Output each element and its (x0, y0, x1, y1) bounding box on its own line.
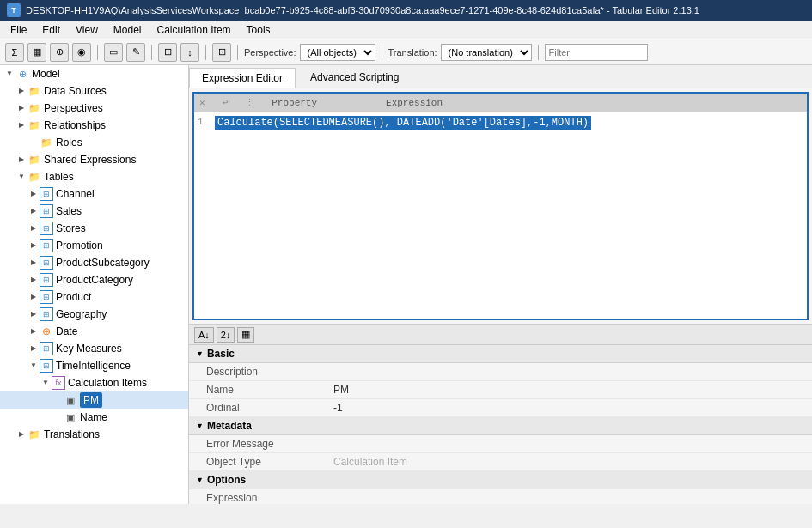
date-icon: ⊕ (40, 325, 53, 338)
perspective-combo[interactable]: (All objects) (300, 44, 375, 61)
toolbar-grid[interactable]: ⊞ (158, 43, 177, 62)
menu-model[interactable]: Model (107, 22, 149, 38)
tree-productcategory[interactable]: ⊞ ProductCategory (0, 271, 188, 288)
tree-relationships[interactable]: 📁 Relationships (0, 117, 188, 134)
tree-perspectives[interactable]: 📁 Perspectives (0, 100, 188, 117)
metadata-chevron: ▼ (196, 422, 204, 430)
date-label: Date (56, 324, 77, 339)
sep3 (205, 45, 206, 60)
timeintelligence-label: TimeIntelligence (56, 358, 131, 373)
props-object-type-value: Calculation Item (327, 453, 812, 470)
tree-promotion[interactable]: ⊞ Promotion (0, 237, 188, 254)
menu-view[interactable]: View (69, 22, 105, 38)
toolbar-screen[interactable]: ▭ (104, 43, 123, 62)
productsubcategory-icon: ⊞ (40, 256, 53, 270)
shared-expressions-label: Shared Expressions (44, 152, 136, 167)
toolbar-dot[interactable]: ◉ (72, 43, 91, 62)
tree-calc-items[interactable]: fx Calculation Items (0, 374, 188, 391)
expr-header-expression: Expression (386, 98, 443, 108)
date-arrow (27, 324, 40, 339)
expr-content: 1 Calculate(SELECTEDMEASURE(), DATEADD('… (194, 112, 807, 133)
perspectives-arrow (15, 100, 27, 116)
tree-date[interactable]: ⊕ Date (0, 323, 188, 340)
toolbar-table[interactable]: ▦ (27, 43, 46, 62)
expr-header: ✕ ↩ ⋮ Property Expression (194, 94, 807, 112)
model-label: Model (32, 66, 60, 82)
name-icon: ▣ (64, 410, 77, 424)
filter-input[interactable] (545, 44, 648, 61)
tree-datasources[interactable]: 📁 Data Sources (0, 82, 188, 100)
props-error-key: Error Message (189, 435, 327, 452)
perspective-label: Perspective: (244, 47, 296, 58)
menu-calc-item[interactable]: Calculation Item (150, 22, 238, 38)
tree-pm[interactable]: ▣ PM (0, 391, 188, 409)
tree-translations[interactable]: 📁 Translations (0, 426, 188, 443)
tree-timeintelligence[interactable]: ⊞ TimeIntelligence (0, 357, 188, 374)
tree-product[interactable]: ⊞ Product (0, 288, 188, 306)
props-expression-value (327, 489, 812, 504)
tree-productsubcategory[interactable]: ⊞ ProductSubcategory (0, 254, 188, 271)
tree-stores[interactable]: ⊞ Stores (0, 220, 188, 237)
tree-tables[interactable]: 📁 Tables (0, 168, 188, 185)
props-description: Description (189, 363, 812, 381)
metadata-title: Metadata (207, 420, 252, 432)
tree-shared-expressions[interactable]: 📁 Shared Expressions (0, 151, 188, 168)
toolbar-sort[interactable]: ↕ (180, 43, 199, 62)
menu-file[interactable]: File (3, 22, 34, 38)
menu-tools[interactable]: Tools (240, 22, 278, 38)
channel-label: Channel (56, 186, 95, 202)
basic-title: Basic (207, 348, 235, 360)
toolbar-sigma[interactable]: Σ (5, 43, 24, 62)
toolbar-network[interactable]: ⊕ (50, 43, 69, 62)
keymeasures-arrow (27, 341, 40, 356)
tree-model[interactable]: ⊕ Model (0, 65, 188, 82)
props-ordinal: Ordinal -1 (189, 399, 812, 417)
props-section-metadata: ▼ Metadata (189, 417, 812, 435)
keymeasures-icon: ⊞ (40, 342, 53, 355)
menu-edit[interactable]: Edit (35, 22, 67, 38)
tree-panel: ⊕ Model 📁 Data Sources 📁 Perspectives 📁 … (0, 65, 189, 504)
sep6 (538, 45, 539, 60)
shared-expressions-arrow (15, 152, 27, 167)
props-toolbar: A↓ 2↓ ▦ (189, 325, 812, 345)
tables-icon: 📁 (27, 170, 41, 184)
props-columns[interactable]: ▦ (237, 327, 254, 343)
tree-channel[interactable]: ⊞ Channel (0, 185, 188, 203)
geography-label: Geography (56, 306, 107, 322)
properties-panel: A↓ 2↓ ▦ ▼ Basic Description Name PM Ordi… (189, 324, 812, 504)
tree-roles[interactable]: 📁 Roles (0, 134, 188, 151)
sep1 (97, 45, 98, 60)
tab-expression-editor[interactable]: Expression Editor (189, 68, 296, 88)
props-name: Name PM (189, 381, 812, 399)
props-error-value (327, 435, 812, 452)
keymeasures-label: Key Measures (56, 341, 122, 356)
props-section-options: ▼ Options (189, 471, 812, 489)
name-label: Name (80, 410, 107, 425)
toolbar-pencil[interactable]: ✎ (126, 43, 145, 62)
translation-combo[interactable]: (No translation) (441, 44, 532, 61)
expr-code[interactable]: Calculate(SELECTEDMEASURE(), DATEADD('Da… (215, 116, 591, 130)
props-sort-category[interactable]: 2↓ (217, 327, 235, 343)
tab-bar: Expression Editor Advanced Scripting (189, 65, 812, 88)
titlebar-text: DESKTOP-HH1V9AQ\AnalysisServicesWorkspac… (26, 5, 699, 15)
expr-undo-icon[interactable]: ✕ (199, 97, 205, 108)
geography-icon: ⊞ (40, 307, 53, 321)
titlebar: T DESKTOP-HH1V9AQ\AnalysisServicesWorksp… (0, 0, 812, 21)
expr-redo-icon[interactable]: ↩ (223, 97, 229, 108)
timeintelligence-arrow (27, 358, 40, 373)
channel-arrow (27, 186, 40, 202)
tree-sales[interactable]: ⊞ Sales (0, 203, 188, 220)
promotion-label: Promotion (56, 238, 103, 253)
expr-format-icon[interactable]: ⋮ (245, 97, 254, 108)
roles-icon: 📁 (40, 136, 53, 149)
tree-keymeasures[interactable]: ⊞ Key Measures (0, 340, 188, 357)
toolbar-camera[interactable]: ⊡ (212, 43, 231, 62)
tree-name-field[interactable]: ▣ Name (0, 409, 188, 426)
relationships-icon: 📁 (27, 118, 41, 132)
translation-label: Translation: (388, 47, 437, 58)
expression-editor[interactable]: ✕ ↩ ⋮ Property Expression 1 Calculate(SE… (192, 92, 809, 320)
tree-geography[interactable]: ⊞ Geography (0, 306, 188, 323)
props-sort-alpha[interactable]: A↓ (194, 327, 214, 343)
promotion-arrow (27, 238, 40, 253)
tab-advanced-scripting[interactable]: Advanced Scripting (297, 67, 412, 88)
